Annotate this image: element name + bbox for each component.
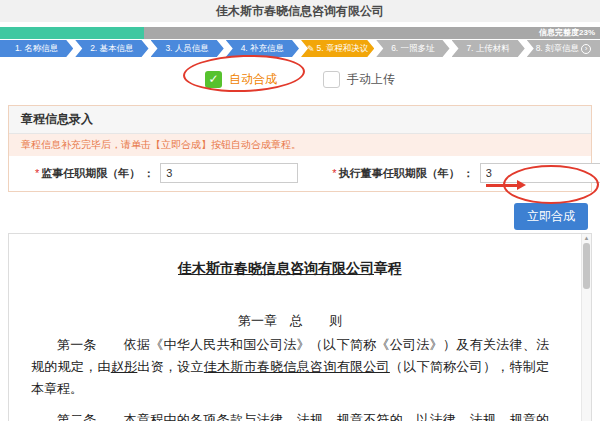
auto-compose-option[interactable]: ✓ 自动合成 — [205, 71, 277, 88]
compose-mode-row: ✓ 自动合成 手动上传 — [0, 67, 600, 91]
step-navigation: 1. 名称信息 2. 基本信息 3. 人员信息 4. 补充信息 ✎ 5. 章程和… — [0, 40, 600, 57]
executive-director-term-input[interactable] — [480, 163, 600, 183]
manual-upload-option[interactable]: 手动上传 — [323, 71, 395, 88]
chapter-1-heading: 第一章 总 则 — [31, 310, 549, 332]
scroll-up-icon[interactable]: ▲ — [582, 234, 591, 242]
manual-upload-checkbox[interactable] — [323, 71, 340, 88]
auto-compose-checkbox[interactable]: ✓ — [205, 71, 222, 88]
circle-arrow-icon: › — [581, 44, 591, 54]
scrollbar-thumb[interactable] — [583, 243, 590, 289]
step-8-seal-info[interactable]: 8. 刻章信息 › — [527, 40, 600, 57]
charter-document-preview: 佳木斯市春晓信息咨询有限公司章程 第一章 总 则 第一条 依据《中华人民共和国公… — [8, 233, 592, 421]
charter-document-content: 佳木斯市春晓信息咨询有限公司章程 第一章 总 则 第一条 依据《中华人民共和国公… — [9, 234, 591, 421]
supervisor-term-field: * 监事任职期限（年） ： — [35, 163, 298, 183]
step-7-upload-materials[interactable]: 7. 上传材料 — [452, 40, 525, 57]
panel-warning-text: 章程信息补充完毕后，请单击【立即合成】按钮自动合成章程。 — [9, 134, 591, 156]
manual-upload-label: 手动上传 — [347, 71, 395, 88]
executive-director-term-field: * 执行董事任职期限（年） ： — [332, 163, 600, 183]
step-5-charter-resolution[interactable]: ✎ 5. 章程和决议 — [301, 40, 374, 57]
step-4-supplement-info[interactable]: 4. 补充信息 — [226, 40, 299, 57]
step-1-name-info[interactable]: 1. 名称信息 — [0, 40, 73, 57]
completeness-progress-bar: 信息完整度23% — [0, 27, 600, 39]
pencil-icon: ✎ — [307, 44, 315, 54]
step-6-multi-address[interactable]: 6. 一照多址 — [376, 40, 449, 57]
executive-director-term-label: 执行董事任职期限（年） ： — [339, 166, 474, 181]
page: 佳木斯市春晓信息咨询有限公司 信息完整度23% 1. 名称信息 2. 基本信息 … — [0, 0, 600, 421]
actions-row: 立即合成 — [8, 201, 592, 229]
panel-title: 章程信息录入 — [9, 106, 591, 134]
charter-info-panel: 章程信息录入 章程信息补充完毕后，请单击【立即合成】按钮自动合成章程。 * 监事… — [8, 105, 592, 192]
supervisor-term-label: 监事任职期限（年） ： — [41, 166, 154, 181]
charter-title: 佳木斯市春晓信息咨询有限公司章程 — [31, 258, 549, 280]
required-mark: * — [35, 167, 39, 179]
step-3-personnel-info[interactable]: 3. 人员信息 — [151, 40, 224, 57]
step-2-basic-info[interactable]: 2. 基本信息 — [75, 40, 148, 57]
required-mark: * — [332, 167, 336, 179]
progress-percent-label: 信息完整度23% — [539, 27, 595, 39]
page-title: 佳木斯市春晓信息咨询有限公司 — [0, 0, 600, 22]
auto-compose-label: 自动合成 — [229, 71, 277, 88]
investor-name: 赵彤 — [111, 359, 138, 374]
panel-fields-row: * 监事任职期限（年） ： * 执行董事任职期限（年） ： — [9, 156, 591, 191]
company-name: 佳木斯市春晓信息咨询有限公司 — [204, 359, 390, 374]
progress-fill — [0, 27, 144, 39]
compose-now-button[interactable]: 立即合成 — [514, 203, 588, 230]
supervisor-term-input[interactable] — [160, 163, 298, 183]
article-2-paragraph: 第二条 本章程中的各项条款与法律、法规、规章不符的，以法律、法规、规章的规定为准… — [31, 409, 549, 421]
document-scrollbar[interactable]: ▲ — [581, 234, 591, 421]
article-1-paragraph: 第一条 依据《中华人民共和国公司法》（以下简称《公司法》）及有关法律、法规的规定… — [31, 334, 549, 400]
